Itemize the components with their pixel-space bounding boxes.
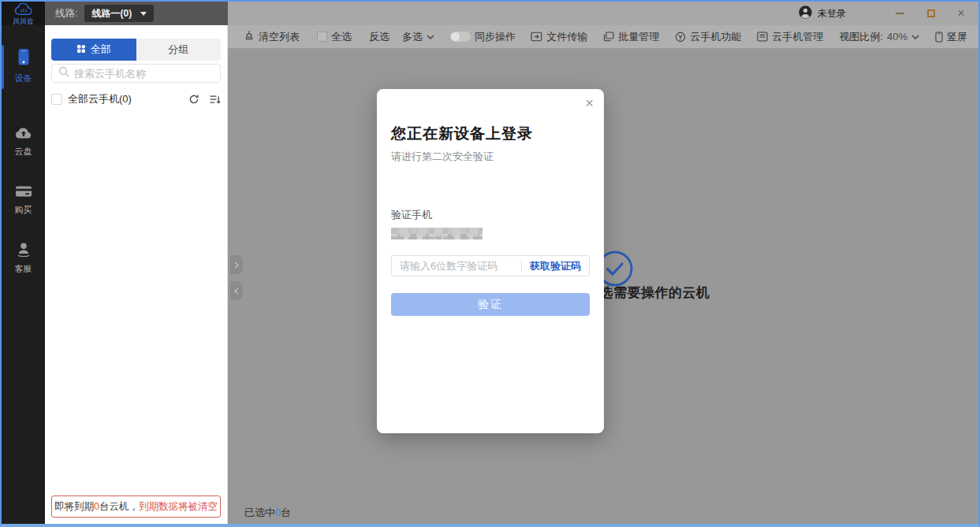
clear-list-button[interactable]: 清空列表 bbox=[244, 30, 300, 44]
expire-count: 0 bbox=[94, 501, 99, 512]
sort-button[interactable] bbox=[209, 95, 221, 105]
multi-select-label: 多选 bbox=[402, 30, 423, 44]
tab-label: 全部 bbox=[91, 43, 111, 57]
cloud-disk-icon bbox=[14, 126, 33, 143]
login-status-label: 未登录 bbox=[818, 7, 846, 20]
phone-features-label: 云手机功能 bbox=[690, 30, 741, 44]
verification-code-input[interactable] bbox=[392, 260, 521, 272]
selection-status: 已选中0台 bbox=[244, 506, 291, 520]
device-icon bbox=[16, 48, 32, 69]
file-transfer-button[interactable]: 文件传输 bbox=[531, 30, 587, 44]
expire-warning: 到期数据将被清空 bbox=[139, 500, 218, 514]
grid-icon bbox=[76, 44, 86, 56]
maximize-button[interactable] bbox=[923, 6, 939, 21]
expire-notice: 即将到期0台云机，到期数据将被清空 bbox=[51, 495, 221, 518]
tab-label: 分组 bbox=[168, 43, 188, 57]
modal-close-icon[interactable]: × bbox=[585, 95, 594, 111]
close-icon: × bbox=[957, 7, 964, 20]
refresh-button[interactable] bbox=[188, 94, 199, 105]
view-scale-label: 视图比例: bbox=[839, 30, 883, 44]
select-all-control[interactable]: 全选 bbox=[317, 30, 352, 44]
sidebar-item-label: 客服 bbox=[15, 263, 32, 275]
chevron-down-icon bbox=[911, 35, 919, 39]
tab-all[interactable]: 全部 bbox=[51, 39, 136, 61]
verification-code-row: 获取验证码 bbox=[391, 255, 590, 276]
portrait-label: 竖屏 bbox=[947, 30, 967, 44]
line-selector-area: 线路: 线路一(0) bbox=[45, 2, 228, 25]
tab-groups[interactable]: 分组 bbox=[136, 39, 222, 61]
batch-manage-button[interactable]: 批量管理 bbox=[603, 30, 659, 44]
file-transfer-label: 文件传输 bbox=[546, 30, 587, 44]
app-window: 川川云 线路: 线路一(0) 未登录 × bbox=[0, 0, 980, 527]
modal-title: 您正在新设备上登录 bbox=[391, 124, 590, 144]
sidebar: 设备 云盘 购买 bbox=[2, 25, 45, 524]
toggle-off-icon[interactable] bbox=[450, 32, 471, 42]
sidebar-item-support[interactable]: 客服 bbox=[2, 242, 45, 275]
app-logo: 川川云 bbox=[2, 2, 45, 25]
line-selector[interactable]: 线路一(0) bbox=[84, 5, 154, 22]
maximize-icon bbox=[927, 9, 935, 17]
portrait-mode-button[interactable]: 竖屏 bbox=[935, 30, 967, 44]
list-tabs: 全部 分组 bbox=[51, 39, 221, 61]
status-suffix: 台 bbox=[281, 507, 291, 518]
invert-select-button[interactable]: 反选 bbox=[369, 30, 389, 44]
line-label: 线路: bbox=[55, 7, 77, 20]
search-box bbox=[51, 64, 221, 83]
user-account[interactable]: 未登录 bbox=[799, 6, 846, 21]
sync-operation-label: 同步操作 bbox=[475, 30, 516, 44]
phone-manage-label: 云手机管理 bbox=[772, 30, 823, 44]
batch-manage-icon bbox=[603, 32, 614, 42]
select-all-checkbox[interactable] bbox=[317, 32, 327, 42]
phone-manage-icon bbox=[757, 32, 768, 42]
support-icon bbox=[16, 242, 32, 260]
broom-icon bbox=[244, 30, 255, 43]
search-icon bbox=[58, 66, 69, 80]
clear-list-label: 清空列表 bbox=[259, 30, 300, 44]
sidebar-item-label: 云盘 bbox=[15, 146, 32, 158]
expire-middle: 台云机， bbox=[99, 500, 139, 514]
sidebar-item-cloud-disk[interactable]: 云盘 bbox=[2, 126, 45, 158]
select-all-label: 全选 bbox=[331, 30, 352, 44]
chevron-down-icon bbox=[140, 12, 147, 16]
masked-phone-number bbox=[391, 228, 483, 239]
panel-expand-handle[interactable] bbox=[230, 255, 243, 274]
empty-state-hint: 勾选需要操作的云机 bbox=[586, 284, 710, 302]
minimize-button[interactable] bbox=[892, 6, 907, 21]
get-code-button[interactable]: 获取验证码 bbox=[522, 259, 589, 273]
toolbar-right-group: 文件传输 批量管理 云手机功能 云手机管理 bbox=[531, 30, 967, 44]
titlebar: 川川云 线路: 线路一(0) 未登录 × bbox=[2, 2, 978, 25]
device-list-panel: 全部 分组 全部云手机(0) bbox=[45, 25, 228, 524]
sidebar-item-devices[interactable]: 设备 bbox=[2, 48, 45, 84]
phone-features-icon bbox=[675, 32, 686, 43]
chevron-down-icon bbox=[427, 35, 434, 39]
multi-select-button[interactable]: 多选 bbox=[402, 30, 434, 44]
batch-manage-label: 批量管理 bbox=[618, 30, 659, 44]
modal-subtitle: 请进行第二次安全验证 bbox=[391, 150, 590, 164]
avatar bbox=[799, 6, 812, 21]
portrait-icon bbox=[935, 32, 943, 43]
close-window-button[interactable]: × bbox=[953, 6, 969, 21]
file-transfer-icon bbox=[531, 32, 542, 42]
phone-features-button[interactable]: 云手机功能 bbox=[675, 30, 741, 44]
panel-collapse-handle[interactable] bbox=[230, 281, 243, 300]
search-input[interactable] bbox=[74, 68, 214, 80]
chevron-left-icon bbox=[234, 288, 239, 295]
cloud-logo-icon bbox=[13, 3, 34, 19]
phone-manage-button[interactable]: 云手机管理 bbox=[757, 30, 823, 44]
security-verification-modal: × 您正在新设备上登录 请进行第二次安全验证 验证手机 获取验证码 验证 bbox=[377, 89, 604, 433]
all-devices-row: 全部云手机(0) bbox=[51, 91, 221, 108]
purchase-icon bbox=[15, 185, 32, 201]
invert-select-label: 反选 bbox=[369, 30, 389, 44]
sync-operation-toggle[interactable]: 同步操作 bbox=[450, 30, 516, 44]
brand-name: 川川云 bbox=[13, 19, 34, 24]
status-prefix: 已选中 bbox=[244, 507, 275, 518]
titlebar-right: 未登录 × bbox=[228, 2, 978, 25]
sidebar-item-purchase[interactable]: 购买 bbox=[2, 185, 45, 216]
view-scale-control[interactable]: 视图比例: 40% bbox=[839, 30, 919, 44]
all-devices-label: 全部云手机(0) bbox=[68, 92, 132, 106]
phone-label: 验证手机 bbox=[391, 208, 590, 222]
sidebar-item-label: 购买 bbox=[15, 204, 32, 216]
all-devices-checkbox[interactable] bbox=[51, 94, 62, 105]
line-selector-value: 线路一(0) bbox=[91, 7, 132, 20]
verify-button[interactable]: 验证 bbox=[391, 293, 590, 316]
